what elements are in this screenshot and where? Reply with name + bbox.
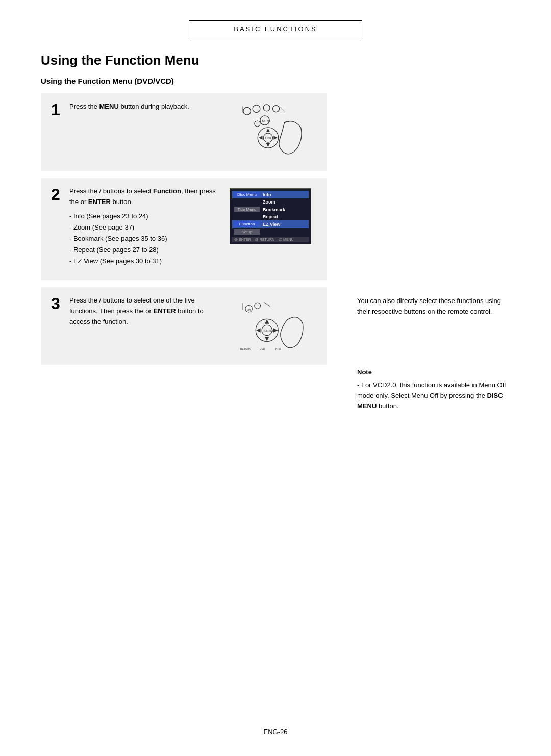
note-section: Note - For VCD2.0, this function is avai…: [357, 367, 510, 412]
svg-marker-23: [265, 337, 269, 341]
step-2-image: Disc Menu Info Zoom Title Menu Bookmark …: [224, 188, 316, 244]
step-3-block: 3 Press the / buttons to select one of t…: [41, 287, 327, 365]
note-text: - For VCD2.0, this function is available…: [357, 380, 510, 412]
svg-point-3: [273, 106, 280, 112]
step-3-image: 24 ENTER RETURN DVD INFO: [224, 295, 316, 357]
svg-marker-10: [266, 129, 270, 132]
svg-text:ENTER: ENTER: [264, 329, 274, 332]
svg-point-1: [253, 105, 260, 113]
section-subtitle: Using the Function Menu (DVD/VCD): [41, 77, 510, 85]
step-2-number: 2: [51, 186, 62, 203]
page-number: ENG-26: [264, 728, 288, 736]
svg-line-20: [264, 302, 270, 306]
right-note-text: You can also directly select these funct…: [357, 297, 501, 315]
header-box: Basic Functions: [189, 20, 362, 37]
page-title: Using the Function Menu: [41, 53, 510, 68]
svg-text:MENU: MENU: [262, 119, 272, 123]
step-3-text: Press the / buttons to select one of the…: [69, 295, 219, 327]
svg-point-2: [263, 105, 270, 111]
svg-marker-24: [256, 328, 260, 332]
step-2-block: 2 Press the / buttons to select Function…: [41, 178, 327, 280]
svg-point-0: [243, 107, 251, 115]
step-2-text: Press the / buttons to select Function, …: [69, 186, 219, 267]
svg-marker-22: [265, 319, 269, 323]
step-1-image: MENU ENTER: [224, 102, 316, 163]
header-title: Basic Functions: [234, 25, 317, 33]
step-1-block: 1 Press the MENU button during playback.…: [41, 93, 327, 171]
svg-text:DVD: DVD: [260, 347, 265, 350]
svg-line-5: [280, 107, 284, 111]
svg-point-8: [255, 121, 260, 127]
svg-marker-11: [266, 143, 270, 147]
svg-text:INFO: INFO: [274, 347, 281, 350]
right-note: You can also directly select these funct…: [357, 296, 510, 317]
step-3-number: 3: [51, 295, 62, 312]
step-1-text: Press the MENU button during playback.: [69, 102, 219, 112]
svg-point-18: [255, 303, 261, 309]
svg-marker-12: [259, 136, 262, 139]
svg-text:24: 24: [247, 308, 251, 311]
svg-text:RETURN: RETURN: [240, 347, 251, 350]
step-1-number: 1: [51, 102, 62, 118]
svg-text:ENTER: ENTER: [265, 136, 277, 140]
note-title: Note: [357, 367, 510, 378]
